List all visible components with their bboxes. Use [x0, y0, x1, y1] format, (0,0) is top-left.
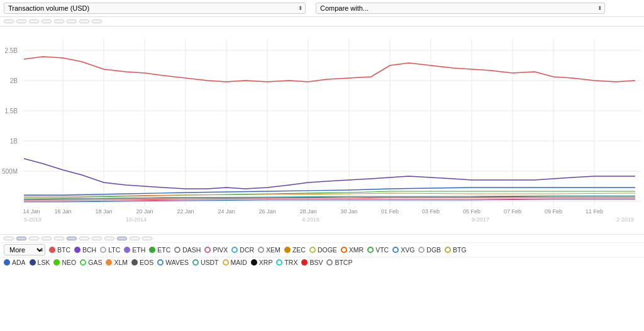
coin-label-btcp: BTCP [335, 259, 352, 266]
coin-dot-etc [149, 247, 155, 253]
coin-label-xvg: XVG [401, 246, 414, 254]
coin-dot-btc [49, 247, 55, 253]
coin-item-xvg[interactable]: XVG [392, 246, 414, 254]
log-button[interactable] [4, 237, 14, 240]
coin-item-xlm[interactable]: XLM [106, 259, 128, 266]
coin-item-bch[interactable]: BCH [74, 246, 96, 254]
ytd-button[interactable] [79, 20, 89, 23]
coin-item-btc[interactable]: BTC [49, 246, 70, 254]
coin-item-zec[interactable]: ZEC [284, 246, 306, 254]
svg-text:05 Feb: 05 Feb [463, 208, 480, 215]
coin-item-dgb[interactable]: DGB [418, 246, 441, 254]
lin-button[interactable] [16, 237, 26, 240]
coin-label-doge: DOGE [318, 246, 337, 254]
svg-text:2.5B: 2.5B [4, 47, 18, 54]
svg-text:07 Feb: 07 Feb [504, 208, 521, 215]
coin-item-etc[interactable]: ETC [149, 246, 170, 254]
14d-button[interactable] [54, 237, 64, 240]
90d-button[interactable] [92, 237, 102, 240]
3m-button[interactable] [54, 20, 64, 23]
coin-item-waves[interactable]: WAVES [157, 259, 189, 266]
svg-text:14 Jan: 14 Jan [23, 208, 40, 215]
coin-item-vtc[interactable]: VTC [367, 246, 389, 254]
1m-button[interactable] [42, 20, 52, 23]
coin-label-zec: ZEC [292, 246, 306, 254]
coin-item-btcp[interactable]: BTCP [326, 259, 352, 266]
coin-dot-btcp [326, 259, 333, 266]
coin-label-trx: TRX [284, 259, 297, 266]
30d-button[interactable] [67, 237, 77, 240]
toolbar [0, 17, 644, 26]
coin-item-xmr[interactable]: XMR [341, 246, 364, 254]
coin-item-ltc[interactable]: LTC [100, 246, 120, 254]
coin-dot-btg [445, 247, 451, 253]
more-select[interactable]: More [4, 244, 45, 255]
coin-item-pivx[interactable]: PIVX [204, 246, 228, 254]
metric-select[interactable]: Transaction volume (USD) [4, 3, 306, 14]
coin-label-maid: MAID [231, 259, 247, 266]
coin-label-btg: BTG [453, 246, 467, 254]
coin-label-etc: ETC [157, 246, 170, 254]
coin-dot-zec [284, 247, 291, 253]
compare-select[interactable]: Compare with... [316, 3, 605, 14]
coin-dot-lsk [30, 259, 36, 266]
metric-select-wrap[interactable]: Transaction volume (USD) [4, 3, 306, 14]
no-avg-button[interactable] [29, 237, 39, 240]
coin-item-gas[interactable]: GAS [80, 259, 102, 266]
coin-label-xrp: XRP [259, 259, 273, 266]
coin-item-doge[interactable]: DOGE [309, 246, 337, 254]
coin-item-trx[interactable]: TRX [276, 259, 297, 266]
coin-label-xmr: XMR [349, 246, 364, 254]
coin-dot-xem [258, 247, 264, 253]
coin-dot-dash [174, 247, 180, 253]
1y-button[interactable] [67, 20, 77, 23]
more-select-wrap[interactable]: More [4, 244, 45, 255]
coin-dot-neo [53, 259, 60, 266]
coin-label-xem: XEM [266, 246, 280, 254]
coin-item-ada[interactable]: ADA [4, 259, 26, 266]
chart-area: 2.5B 2B 1.5B 1B 500M 16 Jan 18 Jan 20 Ja… [0, 26, 644, 234]
coin-label-lsk: LSK [38, 259, 50, 266]
coin-item-maid[interactable]: MAID [223, 259, 247, 266]
coin-dot-xrp [251, 259, 257, 266]
compare-select-wrap[interactable]: Compare with... [316, 3, 605, 14]
coin-label-dgb: DGB [426, 246, 441, 254]
coin-item-xem[interactable]: XEM [258, 246, 280, 254]
coin-item-eth[interactable]: ETH [124, 246, 145, 254]
200d-button[interactable] [104, 237, 114, 240]
coin-label-eos: EOS [140, 259, 153, 266]
coin-label-bsv: BSV [309, 259, 323, 266]
50d-button[interactable] [79, 237, 89, 240]
prev-zoom-button[interactable] [29, 20, 39, 23]
coin-label-vtc: VTC [375, 246, 389, 254]
coin-dot-maid [223, 259, 229, 266]
fullscreen-button[interactable] [92, 20, 102, 23]
coin-item-eos[interactable]: EOS [131, 259, 153, 266]
settings-button[interactable] [142, 237, 152, 240]
coin-item-lsk[interactable]: LSK [30, 259, 50, 266]
coin-dot-gas [80, 259, 86, 266]
coin-item-bsv[interactable]: BSV [301, 259, 323, 266]
7d-button[interactable] [42, 237, 52, 240]
coin-label-dash: DASH [182, 246, 201, 254]
coin-item-btg[interactable]: BTG [445, 246, 467, 254]
coin-item-usdt[interactable]: USDT [192, 259, 219, 266]
coin-dot-eth [124, 247, 130, 253]
formula-button[interactable] [130, 237, 140, 240]
coin-label-pivx: PIVX [213, 246, 228, 254]
basic-button[interactable] [117, 237, 127, 240]
coin-item-xrp[interactable]: XRP [251, 259, 273, 266]
svg-text:22 Jan: 22 Jan [177, 208, 194, 215]
svg-text:1B: 1B [10, 138, 18, 145]
show-all-button[interactable] [4, 20, 14, 23]
coin-dot-dgb [418, 247, 425, 253]
coin-dot-xvg [392, 247, 399, 253]
svg-text:16 Jan: 16 Jan [54, 208, 71, 215]
coin-item-dash[interactable]: DASH [174, 246, 201, 254]
svg-text:24 Jan: 24 Jan [218, 208, 235, 215]
zoom-out-button[interactable] [16, 20, 26, 23]
coin-item-dcr[interactable]: DCR [231, 246, 254, 254]
coin-label-ltc: LTC [108, 246, 120, 254]
svg-text:10-2014: 10-2014 [126, 216, 147, 223]
coin-item-neo[interactable]: NEO [53, 259, 76, 266]
